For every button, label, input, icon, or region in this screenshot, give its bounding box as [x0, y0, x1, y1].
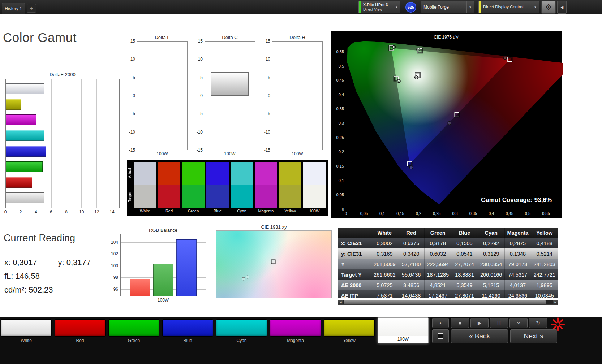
chevron-down-icon[interactable]: ▼	[393, 1, 400, 13]
rgb-xlabel: 100W	[120, 298, 206, 303]
back-button[interactable]: « Back	[451, 329, 508, 343]
svg-text:0,3: 0,3	[452, 211, 457, 216]
axis-tick-label: -5	[266, 111, 270, 116]
swatch-panel: Actual Target WhiteRedGreenBlueCyanMagen…	[127, 160, 328, 216]
axis-label: 100W	[272, 151, 323, 156]
next-button[interactable]: Next »	[510, 329, 557, 343]
swatch-target	[255, 185, 277, 208]
scroll-right-icon[interactable]: ▶	[553, 300, 558, 304]
table-value-cell: 0,3420	[398, 248, 425, 259]
axis-tick-label: -15	[197, 148, 203, 153]
scrollbar-thumb[interactable]	[344, 300, 546, 304]
table-value-cell: 206,0166	[478, 269, 505, 280]
chevron-down-icon[interactable]: ▼	[532, 1, 539, 13]
table-value-cell: 0,3129	[478, 248, 505, 259]
deltae-bars	[6, 79, 119, 208]
pattern-button-green[interactable]: Green	[108, 319, 159, 343]
delta-chart-delta-c: Delta C151050-5-10-15100W	[192, 35, 255, 156]
rgb-bar-green	[153, 264, 173, 296]
svg-text:0,15: 0,15	[396, 211, 404, 216]
table-row: ΔE ITP7,537114,643817,243727,807111,4290…	[338, 290, 558, 298]
play-button[interactable]: ▶	[470, 318, 489, 328]
gridline	[205, 42, 255, 42]
patch-color	[1, 319, 52, 337]
table-header-row: WhiteRedGreenBlueCyanMagentaYellow	[338, 228, 558, 238]
display-control-dropdown[interactable]: Direct Display Control ▼	[478, 1, 539, 13]
row-label: y: CIE31	[338, 248, 371, 259]
pattern-button-100w[interactable]: 100W	[378, 317, 429, 343]
pattern-button-yellow[interactable]: Yellow	[324, 319, 375, 343]
axis-tick-label: 6	[50, 209, 52, 214]
add-tab-button[interactable]: +	[27, 4, 36, 13]
axis-tick-label: 5	[200, 75, 203, 80]
pattern-window-up-button[interactable]: ▲	[432, 318, 449, 328]
row-label: Y	[338, 259, 371, 269]
svg-text:0,2: 0,2	[416, 211, 421, 216]
table-value-cell: 4,8521	[425, 280, 451, 290]
svg-text:0,15: 0,15	[336, 164, 344, 168]
deltae-bar-blue	[6, 146, 46, 157]
gamut-coverage: Gamut Coverage:93,6%	[479, 196, 552, 204]
table-header-cell: White	[371, 228, 398, 238]
reading-y: y: 0,3177	[58, 258, 91, 267]
rgb-balance-title: RGB Balance	[120, 228, 206, 233]
axis-label: 100W	[137, 151, 188, 156]
axis-label: 100W	[205, 151, 255, 156]
table-value-cell: 0,1505	[451, 238, 478, 248]
table-value-cell: 0,6375	[398, 238, 425, 248]
refresh-button[interactable]: ↻	[529, 318, 547, 328]
pattern-button-white[interactable]: White	[1, 319, 52, 343]
gridline	[137, 150, 187, 150]
table-header-cell: Yellow	[531, 228, 558, 238]
swatch-actual	[134, 162, 156, 185]
pause-button[interactable]: H	[490, 318, 508, 328]
loop-button[interactable]: ∞	[509, 318, 528, 328]
table-value-cell: 18,8881	[451, 269, 478, 280]
deltae-chart-title: DeltaE 2000	[5, 72, 120, 77]
tab-history[interactable]: History 1	[2, 3, 25, 14]
stop-button[interactable]: ■	[451, 318, 469, 328]
swatch-target	[134, 185, 156, 208]
pattern-button-cyan[interactable]: Cyan	[216, 319, 267, 343]
refresh-icon: ↻	[536, 321, 540, 325]
svg-text:0,35: 0,35	[336, 107, 344, 111]
pattern-window-button[interactable]	[432, 329, 449, 343]
swatch-actual	[158, 162, 180, 185]
axis-tick-label: 5	[133, 75, 135, 80]
scroll-left-icon[interactable]: ◀	[338, 300, 343, 304]
swatch-columns: WhiteRedGreenBlueCyanMagentaYellow100W	[134, 162, 326, 213]
table-header-cell: Cyan	[478, 228, 505, 238]
gridline	[205, 132, 255, 132]
table-header-cell: Magenta	[505, 228, 532, 238]
patch-label: Magenta	[270, 338, 321, 343]
pattern-button-magenta[interactable]: Magenta	[270, 319, 321, 343]
axis-tick-label: 96	[113, 287, 118, 292]
collapse-panel-button[interactable]: ◀	[557, 1, 567, 14]
svg-text:0,25: 0,25	[336, 135, 344, 140]
settings-button[interactable]: ⚙	[541, 1, 556, 14]
swatch-column-red: Red	[158, 162, 180, 213]
svg-text:0,5: 0,5	[525, 211, 530, 216]
meter-dropdown[interactable]: X-Rite i1Pro 3 Direct View ▼	[358, 1, 400, 13]
alert-asterisk-icon[interactable]	[551, 317, 565, 332]
pattern-button-red[interactable]: Red	[55, 319, 106, 343]
table-row: Y261,600957,7180222,569427,2074230,03547…	[338, 259, 558, 269]
patch-label: Cyan	[216, 338, 267, 343]
deltae-bar-magenta	[6, 114, 36, 125]
table-value-cell: 0,2292	[478, 238, 505, 248]
svg-text:0,5: 0,5	[339, 64, 344, 68]
table-value-cell: 10,0345	[531, 290, 558, 298]
chevron-down-icon[interactable]: ▼	[466, 1, 474, 13]
deltae-bar-red	[6, 177, 32, 188]
table-value-cell: 0,2875	[505, 238, 532, 248]
swatch-column-green: Green	[182, 162, 205, 213]
axis-tick-label: -10	[129, 130, 135, 135]
pattern-button-blue[interactable]: Blue	[162, 319, 213, 343]
axis-tick-label: 98	[113, 275, 118, 280]
table-scrollbar[interactable]: ◀ ▶	[338, 300, 558, 305]
swatch-target	[182, 185, 205, 208]
svg-text:0,1: 0,1	[339, 178, 344, 183]
source-dropdown[interactable]: Mobile Forge ▼	[421, 1, 474, 13]
table-value-cell: 17,2437	[425, 290, 451, 298]
axis-tick-label: 15	[266, 39, 270, 44]
